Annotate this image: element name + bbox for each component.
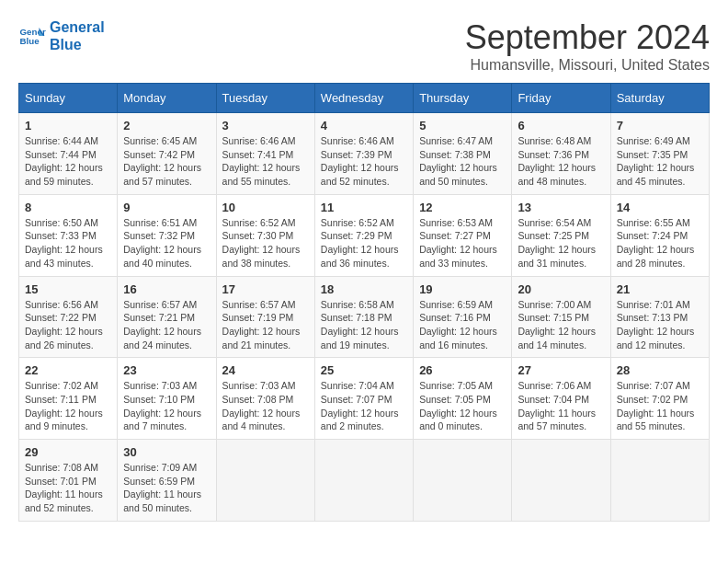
day-number: 26	[419, 363, 506, 377]
day-info: Sunrise: 7:08 AM Sunset: 7:01 PM Dayligh…	[25, 461, 111, 515]
day-number: 23	[123, 363, 210, 377]
logo: General Blue General Blue	[18, 18, 105, 53]
day-info: Sunrise: 7:03 AM Sunset: 7:08 PM Dayligh…	[222, 379, 309, 433]
day-info: Sunrise: 6:46 AM Sunset: 7:39 PM Dayligh…	[321, 134, 407, 189]
calendar-cell: 10Sunrise: 6:52 AM Sunset: 7:30 PM Dayli…	[216, 194, 314, 276]
header-wednesday: Wednesday	[314, 84, 413, 113]
header-monday: Monday	[118, 84, 216, 113]
calendar-cell: 2Sunrise: 6:45 AM Sunset: 7:42 PM Daylig…	[118, 113, 216, 195]
week-row-4: 22Sunrise: 7:02 AM Sunset: 7:11 PM Dayli…	[19, 358, 710, 440]
week-row-2: 8Sunrise: 6:50 AM Sunset: 7:33 PM Daylig…	[19, 194, 710, 276]
calendar-cell: 13Sunrise: 6:54 AM Sunset: 7:25 PM Dayli…	[512, 194, 610, 276]
day-info: Sunrise: 7:01 AM Sunset: 7:13 PM Dayligh…	[617, 298, 703, 352]
day-number: 22	[25, 363, 111, 377]
day-number: 11	[321, 201, 407, 214]
calendar-cell: 18Sunrise: 6:58 AM Sunset: 7:18 PM Dayli…	[314, 276, 413, 358]
svg-text:Blue: Blue	[20, 36, 40, 46]
day-number: 29	[25, 445, 111, 459]
day-number: 7	[617, 119, 703, 132]
calendar-cell: 1Sunrise: 6:44 AM Sunset: 7:44 PM Daylig…	[19, 113, 118, 195]
calendar-cell: 15Sunrise: 6:56 AM Sunset: 7:22 PM Dayli…	[19, 276, 118, 358]
day-info: Sunrise: 6:47 AM Sunset: 7:38 PM Dayligh…	[419, 134, 506, 189]
logo-text-blue: Blue	[50, 36, 105, 53]
day-number: 12	[419, 201, 506, 214]
day-number: 21	[617, 282, 703, 296]
calendar-cell	[216, 440, 314, 522]
day-info: Sunrise: 6:57 AM Sunset: 7:21 PM Dayligh…	[123, 298, 210, 352]
day-info: Sunrise: 7:05 AM Sunset: 7:05 PM Dayligh…	[419, 379, 506, 433]
page-header: General Blue General Blue September 2024…	[18, 18, 710, 74]
calendar-cell: 7Sunrise: 6:49 AM Sunset: 7:35 PM Daylig…	[610, 113, 709, 195]
header-saturday: Saturday	[610, 84, 709, 113]
title-section: September 2024 Humansville, Missouri, Un…	[465, 18, 710, 74]
day-info: Sunrise: 6:58 AM Sunset: 7:18 PM Dayligh…	[321, 298, 407, 352]
calendar-cell: 30Sunrise: 7:09 AM Sunset: 6:59 PM Dayli…	[118, 440, 216, 522]
day-number: 5	[419, 119, 506, 132]
week-row-5: 29Sunrise: 7:08 AM Sunset: 7:01 PM Dayli…	[19, 440, 710, 522]
day-number: 16	[123, 282, 210, 296]
day-number: 3	[222, 119, 309, 132]
day-number: 25	[321, 363, 407, 377]
day-info: Sunrise: 7:03 AM Sunset: 7:10 PM Dayligh…	[123, 379, 210, 433]
calendar-cell	[414, 440, 512, 522]
calendar-cell	[512, 440, 610, 522]
calendar-cell: 9Sunrise: 6:51 AM Sunset: 7:32 PM Daylig…	[118, 194, 216, 276]
day-info: Sunrise: 6:51 AM Sunset: 7:32 PM Dayligh…	[123, 216, 210, 270]
day-info: Sunrise: 7:00 AM Sunset: 7:15 PM Dayligh…	[518, 298, 604, 352]
day-number: 24	[222, 363, 309, 377]
calendar-cell: 16Sunrise: 6:57 AM Sunset: 7:21 PM Dayli…	[118, 276, 216, 358]
day-number: 4	[321, 119, 407, 132]
day-number: 1	[25, 119, 111, 132]
calendar-cell	[314, 440, 413, 522]
calendar-cell: 19Sunrise: 6:59 AM Sunset: 7:16 PM Dayli…	[414, 276, 512, 358]
calendar-cell: 14Sunrise: 6:55 AM Sunset: 7:24 PM Dayli…	[610, 194, 709, 276]
day-info: Sunrise: 7:04 AM Sunset: 7:07 PM Dayligh…	[321, 379, 407, 433]
calendar-cell: 5Sunrise: 6:47 AM Sunset: 7:38 PM Daylig…	[414, 113, 512, 195]
calendar-cell: 21Sunrise: 7:01 AM Sunset: 7:13 PM Dayli…	[610, 276, 709, 358]
day-number: 18	[321, 282, 407, 296]
calendar-cell: 29Sunrise: 7:08 AM Sunset: 7:01 PM Dayli…	[19, 440, 118, 522]
day-info: Sunrise: 7:07 AM Sunset: 7:02 PM Dayligh…	[617, 379, 703, 433]
day-number: 17	[222, 282, 309, 296]
day-info: Sunrise: 6:53 AM Sunset: 7:27 PM Dayligh…	[419, 216, 506, 270]
calendar-cell: 27Sunrise: 7:06 AM Sunset: 7:04 PM Dayli…	[512, 358, 610, 440]
week-row-3: 15Sunrise: 6:56 AM Sunset: 7:22 PM Dayli…	[19, 276, 710, 358]
day-number: 8	[25, 201, 111, 214]
day-number: 28	[617, 363, 703, 377]
day-info: Sunrise: 6:50 AM Sunset: 7:33 PM Dayligh…	[25, 216, 111, 270]
day-info: Sunrise: 7:06 AM Sunset: 7:04 PM Dayligh…	[518, 379, 604, 433]
day-info: Sunrise: 6:52 AM Sunset: 7:30 PM Dayligh…	[222, 216, 309, 270]
logo-text-general: General	[50, 18, 105, 36]
week-row-1: 1Sunrise: 6:44 AM Sunset: 7:44 PM Daylig…	[19, 113, 710, 195]
calendar-cell: 20Sunrise: 7:00 AM Sunset: 7:15 PM Dayli…	[512, 276, 610, 358]
calendar-header-row: SundayMondayTuesdayWednesdayThursdayFrid…	[19, 84, 710, 113]
day-number: 14	[617, 201, 703, 214]
calendar-table: SundayMondayTuesdayWednesdayThursdayFrid…	[18, 83, 710, 522]
day-number: 2	[123, 119, 210, 132]
calendar-cell: 17Sunrise: 6:57 AM Sunset: 7:19 PM Dayli…	[216, 276, 314, 358]
day-info: Sunrise: 6:59 AM Sunset: 7:16 PM Dayligh…	[419, 298, 506, 352]
day-info: Sunrise: 6:55 AM Sunset: 7:24 PM Dayligh…	[617, 216, 703, 270]
day-info: Sunrise: 7:09 AM Sunset: 6:59 PM Dayligh…	[123, 461, 210, 515]
day-info: Sunrise: 6:54 AM Sunset: 7:25 PM Dayligh…	[518, 216, 604, 270]
day-info: Sunrise: 6:56 AM Sunset: 7:22 PM Dayligh…	[25, 298, 111, 352]
calendar-cell: 4Sunrise: 6:46 AM Sunset: 7:39 PM Daylig…	[314, 113, 413, 195]
logo-icon: General Blue	[18, 22, 46, 50]
day-number: 9	[123, 201, 210, 214]
calendar-cell: 26Sunrise: 7:05 AM Sunset: 7:05 PM Dayli…	[414, 358, 512, 440]
header-friday: Friday	[512, 84, 610, 113]
day-info: Sunrise: 6:57 AM Sunset: 7:19 PM Dayligh…	[222, 298, 309, 352]
day-info: Sunrise: 6:44 AM Sunset: 7:44 PM Dayligh…	[25, 134, 111, 189]
calendar-cell: 24Sunrise: 7:03 AM Sunset: 7:08 PM Dayli…	[216, 358, 314, 440]
header-thursday: Thursday	[414, 84, 512, 113]
calendar-cell	[610, 440, 709, 522]
day-info: Sunrise: 6:52 AM Sunset: 7:29 PM Dayligh…	[321, 216, 407, 270]
calendar-cell: 8Sunrise: 6:50 AM Sunset: 7:33 PM Daylig…	[19, 194, 118, 276]
calendar-cell: 3Sunrise: 6:46 AM Sunset: 7:41 PM Daylig…	[216, 113, 314, 195]
day-number: 19	[419, 282, 506, 296]
day-info: Sunrise: 6:49 AM Sunset: 7:35 PM Dayligh…	[617, 134, 703, 189]
day-info: Sunrise: 7:02 AM Sunset: 7:11 PM Dayligh…	[25, 379, 111, 433]
calendar-cell: 6Sunrise: 6:48 AM Sunset: 7:36 PM Daylig…	[512, 113, 610, 195]
calendar-cell: 11Sunrise: 6:52 AM Sunset: 7:29 PM Dayli…	[314, 194, 413, 276]
day-info: Sunrise: 6:48 AM Sunset: 7:36 PM Dayligh…	[518, 134, 604, 189]
